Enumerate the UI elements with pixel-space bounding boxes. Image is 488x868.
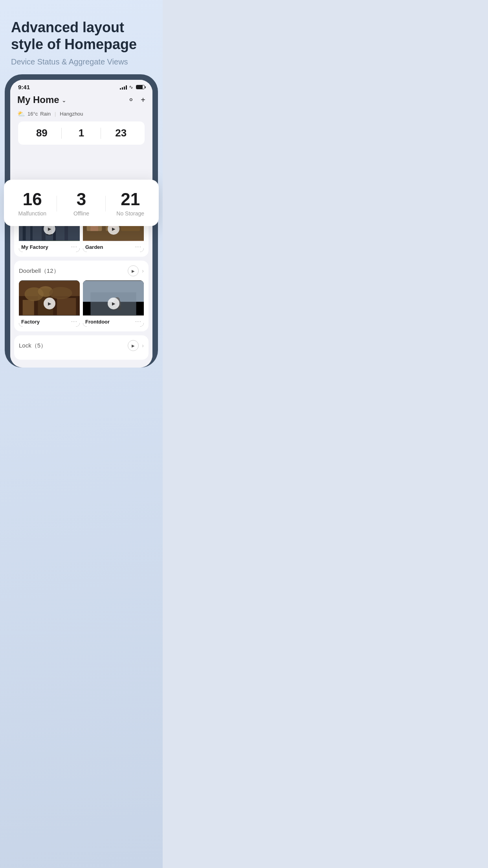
status-bar: 9:41 ∿ <box>10 80 152 92</box>
header-actions: ⚬ + <box>128 95 145 105</box>
weather-city: Hangzhou <box>60 111 83 117</box>
offline-label: Offline <box>57 210 106 217</box>
stat-1-num: 1 <box>62 127 101 139</box>
stat-89: 89 <box>22 127 62 139</box>
doorbell-section-actions: ▶ › <box>128 265 144 276</box>
doorbell-name-frontdoor: Frontdoor <box>85 319 110 325</box>
doorbell-play-icon-frontdoor[interactable]: ▶ <box>108 298 119 309</box>
add-icon[interactable]: + <box>141 96 145 105</box>
doorbell-play-icon-factory[interactable]: ▶ <box>44 298 55 309</box>
phone-area: 16 Malfunction 3 Offline 21 No Storage 9… <box>0 74 163 368</box>
lock-section: Lock（5） ▶ › <box>14 335 149 360</box>
doorbell-card-frontdoor[interactable]: ▶ Frontdoor ··· <box>83 280 144 327</box>
doorbell-chevron-icon[interactable]: › <box>142 268 144 274</box>
lock-play-all-button[interactable]: ▶ <box>128 340 139 351</box>
doorbell-label-factory: Factory ··· <box>19 316 80 327</box>
stat-89-num: 89 <box>22 127 62 139</box>
camera-label-factory: My Factory ··· <box>19 241 80 252</box>
malfunction-label: Malfunction <box>8 210 57 217</box>
offline-stat: 3 Offline <box>57 191 106 217</box>
lock-chevron-icon[interactable]: › <box>142 342 144 349</box>
doorbell-section-title: Doorbell（12） <box>19 267 59 275</box>
svg-rect-22 <box>57 298 76 315</box>
floating-stats-card: 16 Malfunction 3 Offline 21 No Storage <box>0 180 163 226</box>
malfunction-number: 16 <box>8 191 57 208</box>
weather-icon: ⛅ <box>17 110 25 118</box>
svg-point-25 <box>50 287 72 299</box>
signal-icon <box>120 85 127 90</box>
lock-section-actions: ▶ › <box>128 340 144 351</box>
stat-1: 1 <box>62 127 101 139</box>
doorbell-more-factory[interactable]: ··· <box>71 318 77 325</box>
lock-section-header: Lock（5） ▶ › <box>19 340 144 351</box>
camera-more-garden[interactable]: ··· <box>135 243 141 250</box>
malfunction-stat: 16 Malfunction <box>8 191 57 217</box>
doorbell-name-factory: Factory <box>21 319 40 325</box>
doorbell-grid: ▶ Factory ··· <box>19 280 144 327</box>
weather-divider: | <box>55 111 56 117</box>
wifi-icon: ∿ <box>129 84 133 90</box>
nostorage-number: 21 <box>106 191 155 208</box>
stat-23: 23 <box>101 127 141 139</box>
weather-condition: Rain <box>40 111 51 117</box>
hero-subtitle: Device Status & Aggregate Views <box>11 57 152 66</box>
doorbell-label-frontdoor: Frontdoor ··· <box>83 316 144 327</box>
nostorage-label: No Storage <box>106 210 155 217</box>
camera-more-factory[interactable]: ··· <box>71 243 77 250</box>
offline-number: 3 <box>57 191 106 208</box>
home-title-row[interactable]: My Home ⌄ <box>17 94 66 105</box>
top-stats-wrapper: 89 1 23 <box>10 121 152 149</box>
floating-card-spacer <box>10 149 152 182</box>
doorbell-section: Doorbell（12） ▶ › <box>14 261 149 331</box>
svg-rect-20 <box>23 300 34 315</box>
lock-section-title: Lock（5） <box>19 342 46 349</box>
stat-23-num: 23 <box>101 127 141 139</box>
page-root: Advanced layout style of Homepage Device… <box>0 0 163 868</box>
status-time: 9:41 <box>18 84 30 90</box>
camera-name-factory: My Factory <box>21 244 48 250</box>
camera-label-garden: Garden ··· <box>83 241 144 252</box>
home-title: My Home <box>17 94 59 105</box>
camera-name-garden: Garden <box>85 244 103 250</box>
doorbell-card-factory[interactable]: ▶ Factory ··· <box>19 280 80 327</box>
nostorage-stat: 21 No Storage <box>106 191 155 217</box>
doorbell-section-header: Doorbell（12） ▶ › <box>19 265 144 276</box>
weather-row: ⛅ 16°c Rain | Hangzhou <box>10 109 152 121</box>
app-header: My Home ⌄ ⚬ + <box>10 92 152 109</box>
home-chevron-icon[interactable]: ⌄ <box>62 97 66 103</box>
weather-temp: 16°c <box>28 111 38 117</box>
search-icon[interactable]: ⚬ <box>128 95 134 105</box>
doorbell-more-frontdoor[interactable]: ··· <box>135 318 141 325</box>
doorbell-play-all-button[interactable]: ▶ <box>128 265 139 276</box>
hero-title: Advanced layout style of Homepage <box>11 19 152 53</box>
top-stats-row: 89 1 23 <box>18 121 145 145</box>
hero-section: Advanced layout style of Homepage Device… <box>0 0 163 74</box>
status-icons: ∿ <box>120 84 145 90</box>
battery-icon <box>136 85 145 89</box>
